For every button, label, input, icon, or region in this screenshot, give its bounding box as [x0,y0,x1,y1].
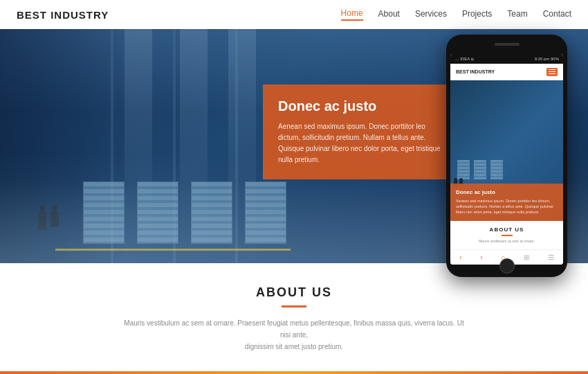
phone-screen: .... IDEA ψ 9:20 pm 90% BEST INDUSTRY [450,54,563,265]
about-underline [282,305,306,308]
phone-garage-doors [457,160,503,179]
phone-header: BEST INDUSTRY [450,64,563,80]
phone-about-title: ABOUT US [456,226,558,233]
phone-hero-card-title: Donec ac justo [456,189,558,195]
nav-contact[interactable]: Contact [543,9,571,20]
site-logo: BEST INDUSTRY [17,9,109,21]
nav-projects[interactable]: Projects [462,9,492,20]
hero-card-text: Aenean sed maximus ipsum. Donec porttito… [278,121,441,166]
phone-door-3 [490,160,503,179]
phone-hero-card-text: Aenean sed maximus ipsum. Donec porttito… [456,198,558,215]
phone-mockup: .... IDEA ψ 9:20 pm 90% BEST INDUSTRY [446,35,567,277]
about-section: ABOUT US Mauris vestibulum ac sem at orn… [0,263,588,374]
phone-status-right: 9:20 pm 90% [535,57,559,61]
menu-line-1 [549,69,555,70]
phone-nav-menu[interactable]: ☰ [548,253,554,261]
phone-logo: BEST INDUSTRY [456,69,495,74]
nav-about[interactable]: About [378,9,400,20]
phone-speaker [495,43,520,46]
menu-line-3 [549,73,555,74]
site-header: BEST INDUSTRY Home About Services Projec… [0,0,588,29]
phone-nav-back[interactable]: ‹ [459,253,461,261]
phone-door-2 [474,160,486,179]
main-nav: Home About Services Projects Team Contac… [341,8,571,21]
phone-hero-card: Donec ac justo Aenean sed maximus ipsum.… [450,184,563,221]
phone-door-1 [457,160,470,179]
phone-body: .... IDEA ψ 9:20 pm 90% BEST INDUSTRY [446,35,567,277]
phone-about-underline [502,235,513,236]
phone-nav-forward[interactable]: › [480,253,482,261]
phone-status-left: .... IDEA ψ [454,57,474,61]
about-text: Mauris vestibulum ac sem at ornare. Prae… [121,317,467,353]
about-title: ABOUT US [256,285,332,300]
nav-services[interactable]: Services [415,9,447,20]
nav-team[interactable]: Team [507,9,527,20]
nav-home[interactable]: Home [341,8,363,21]
menu-line-2 [549,71,555,72]
phone-about-text: Mauris vestibulum ac sem at ornare. [456,239,558,244]
phone-status-bar: .... IDEA ψ 9:20 pm 90% [450,54,563,64]
phone-hero: Donec ac justo Aenean sed maximus ipsum.… [450,80,563,221]
phone-nav-bookmarks[interactable]: ⊞ [524,253,529,261]
hero-card-title: Donec ac justo [278,98,441,114]
phone-about-section: ABOUT US Mauris vestibulum ac sem at orn… [450,221,563,250]
phone-home-button[interactable] [499,258,515,274]
bottom-accent-bar [0,371,588,374]
phone-menu-button[interactable] [546,68,558,76]
hero-card: Donec ac justo Aenean sed maximus ipsum.… [263,84,457,179]
